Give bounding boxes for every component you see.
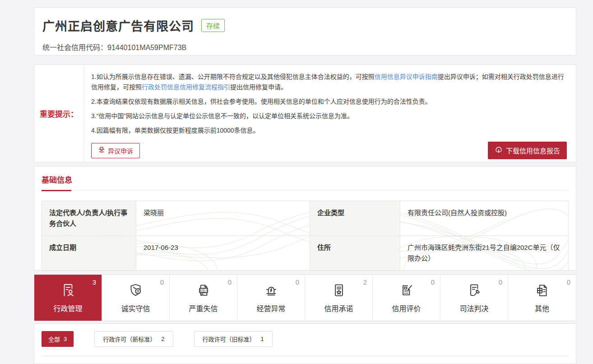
chip-label: 行政许可（新标准）: [103, 335, 156, 343]
notice-card: 重要提示： 1.如认为所展示信息存在错误、遗漏、公开期限不符合规定以及其他侵犯信…: [34, 65, 576, 162]
notice-line-2: 2.本查询结果仅依现有数据展示相关信息，供社会参考使用。使用相关信息的单位和个人…: [91, 97, 567, 107]
tab-xingzhengguanli[interactable]: 3 行政管理: [34, 275, 102, 321]
document-grid-icon: [534, 282, 550, 299]
tab-label: 诚实守信: [121, 303, 150, 313]
credit-code-label: 统一社会信用代码：: [42, 44, 107, 51]
tab-label: 经营异常: [256, 303, 285, 313]
alarm-siren-icon: [263, 282, 279, 299]
svg-text:失信人: 失信人: [199, 288, 208, 292]
tab-label: 其他: [535, 303, 549, 313]
download-button-label: 下载信用信息报告: [506, 146, 560, 155]
notice-line-3: 3.“信用中国”网站公示信息与认定单位公示信息不一致的，以认定单位相关系统公示信…: [91, 111, 567, 121]
basic-info-card: 基础信息 法定代表人/负责人/执行事务合伙: [34, 166, 576, 271]
credit-code-value: 91440101MA59PMF73B: [107, 44, 186, 51]
basic-info-table: 法定代表人/负责人/执行事务合伙人 梁晓丽 企业类型 有限责任公司(自然人投资或…: [42, 201, 569, 271]
info-label-legal-rep: 法定代表人/负责人/执行事务合伙人: [42, 201, 136, 236]
appeal-button-label: 异议申诉: [108, 146, 133, 155]
notice-label: 重要提示：: [34, 65, 84, 162]
svg-text:信: 信: [136, 289, 139, 293]
document-star-icon: [331, 282, 347, 299]
notice-body: 1.如认为所展示信息存在错误、遗漏、公开期限不符合规定以及其他侵犯信息主体合法权…: [84, 65, 576, 162]
shield-credit-icon: 信: [128, 282, 144, 299]
category-tabs: 3 行政管理 0 信 诚实守信: [34, 274, 576, 321]
chip-count: 3: [64, 336, 67, 342]
page: 广州正启创意广告有限公司 存续 统一社会信用代码：91440101MA59PMF…: [34, 0, 576, 364]
tab-sifapanjue[interactable]: 0 司法判决: [440, 275, 508, 321]
chip-label: 全部: [48, 335, 60, 343]
title-row: 广州正启创意广告有限公司 存续: [42, 17, 568, 34]
tab-count: 2: [363, 278, 367, 286]
info-label-founded-date: 成立日期: [42, 236, 136, 270]
records-card: 全部 3 行政许可（新标准） 2 行政许可（旧标准） 1: [34, 323, 576, 364]
notice-actions: 异议申诉 下载信用信息报告: [91, 142, 567, 159]
credit-code: 统一社会信用代码：91440101MA59PMF73B: [42, 41, 568, 52]
tab-qita[interactable]: 0 其他: [508, 275, 576, 321]
tab-yanzhongshixin[interactable]: 0 失信人 严重失信: [170, 275, 237, 321]
chip-count: 2: [161, 336, 164, 342]
filter-license-old[interactable]: 行政许可（旧标准） 1: [194, 331, 273, 347]
company-header-card: 广州正启创意广告有限公司 存续 统一社会信用代码：91440101MA59PMF…: [34, 7, 576, 55]
document-person-icon: [60, 282, 76, 299]
gavel-stamp-icon: [98, 146, 105, 155]
basic-info-grid: 法定代表人/负责人/执行事务合伙人 梁晓丽 企业类型 有限责任公司(自然人投资或…: [42, 201, 568, 270]
tab-label: 司法判决: [459, 303, 488, 313]
repair-guide-link[interactable]: 行政处罚信息信用修复流程指引: [142, 83, 230, 91]
tab-count: 0: [296, 278, 299, 286]
filter-all[interactable]: 全部 3: [42, 331, 74, 347]
tab-count: 3: [93, 278, 96, 286]
tab-count: 0: [567, 278, 570, 286]
dishonest-document-icon: 失信人: [195, 282, 212, 299]
tab-label: 行政管理: [53, 303, 82, 313]
filter-license-new[interactable]: 行政许可（新标准） 2: [94, 331, 173, 347]
tab-label: 信用承诺: [324, 303, 353, 313]
info-label-address: 住所: [310, 236, 400, 270]
basic-info-title: 基础信息: [42, 174, 569, 185]
title-rule: [42, 190, 569, 191]
tab-jingyingyichang[interactable]: 0 经营异常: [237, 275, 305, 321]
tab-count: 0: [160, 278, 164, 286]
filter-chips: 全部 3 行政许可（新标准） 2 行政许可（旧标准） 1: [42, 331, 569, 347]
appeal-guide-link[interactable]: 信用信息异议申诉指南: [375, 73, 438, 80]
notice-text: 1.如认为所展示信息存在错误、遗漏、公开期限不符合规定以及其他侵犯信息主体合法权…: [91, 73, 375, 80]
company-name: 广州正启创意广告有限公司: [42, 17, 194, 34]
info-label-company-type: 企业类型: [310, 201, 400, 236]
status-badge: 存续: [201, 19, 225, 32]
tab-chengshishouxin[interactable]: 0 信 诚实守信: [102, 275, 170, 321]
chip-label: 行政许可（旧标准）: [203, 335, 255, 343]
info-value-founded-date: 2017-06-23: [136, 236, 310, 270]
list-divider: [42, 356, 569, 356]
tab-xinyongchengnuo[interactable]: 2 信用承诺: [305, 275, 373, 321]
document-edit-icon: [398, 282, 415, 299]
notice-line-4: 4.因篇幅有限，单类数据仅按更新程度展示前10000条信息。: [91, 125, 567, 136]
download-cloud-icon: [495, 146, 503, 155]
info-value-company-type: 有限责任公司(自然人投资或控股): [400, 201, 568, 236]
notice-line-1: 1.如认为所展示信息存在错误、遗漏、公开期限不符合规定以及其他侵犯信息主体合法权…: [91, 72, 567, 92]
chip-count: 1: [261, 336, 264, 342]
tab-label: 信用评价: [392, 303, 421, 313]
appeal-button[interactable]: 异议申诉: [91, 143, 140, 158]
tab-xinyongpingjia[interactable]: 0 信用评价: [373, 275, 440, 321]
info-value-legal-rep: 梁晓丽: [136, 201, 310, 236]
tab-count: 0: [228, 278, 232, 286]
document-gavel-icon: [466, 282, 482, 299]
tab-count: 0: [499, 278, 502, 286]
tab-label: 严重失信: [189, 303, 218, 313]
info-value-address: 广州市海珠区蚝壳洲东街21号之自编202C单元（仅限办公）: [400, 236, 568, 270]
tab-count: 0: [431, 278, 435, 286]
notice-text: 提出信用修复申请。: [230, 83, 287, 91]
download-report-button[interactable]: 下载信用信息报告: [488, 142, 567, 159]
